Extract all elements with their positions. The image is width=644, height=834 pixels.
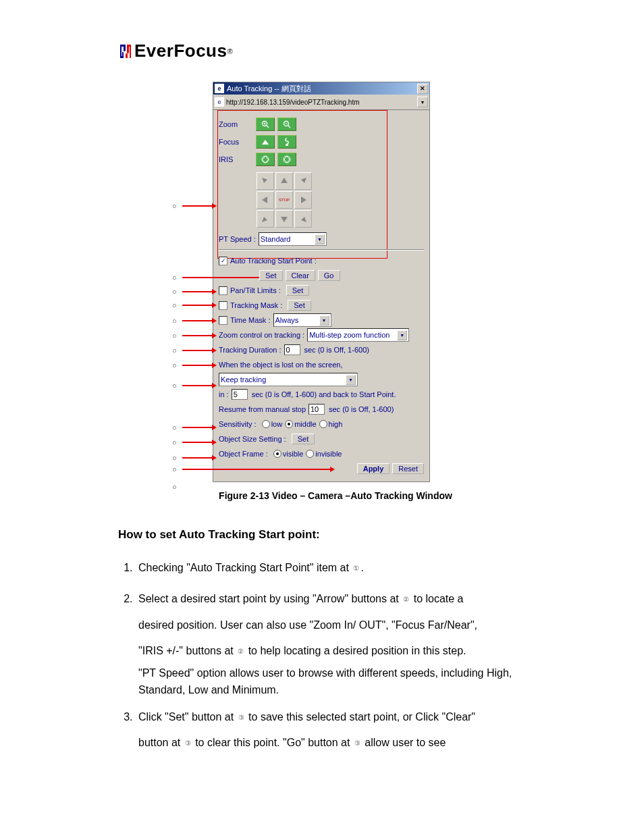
address-bar: e http://192.168.13.159/videoPTZTracking… (213, 95, 429, 110)
resume-input[interactable] (308, 404, 325, 415)
arrow-lost (182, 365, 213, 366)
marker-9: ○ (172, 382, 179, 388)
reset-button[interactable]: Reset (392, 463, 424, 474)
objsize-set-button[interactable]: Set (292, 434, 315, 444)
window: e Auto Tracking -- 網頁對話 ✕ e http://192.1… (213, 82, 430, 482)
trmask-label: Tracking Mask : (230, 301, 282, 309)
zoomctrl-select[interactable]: Multi-step zoom function ▼ (307, 328, 409, 342)
url: http://192.168.13.159/videoPTZTracking.h… (226, 99, 417, 106)
timemask-select[interactable]: Always ▼ (273, 313, 331, 327)
ref-1: ① (353, 561, 359, 577)
marker-8: ○ (172, 361, 179, 368)
dir-e-button[interactable] (294, 191, 312, 209)
dir-sw-button[interactable] (257, 210, 274, 228)
arrow-ctrl (182, 205, 213, 207)
ref-2: ② (403, 592, 409, 608)
ptlimits-label: Pan/Tilt Limits : (230, 286, 281, 294)
logo-reg: ® (227, 47, 232, 55)
apply-button[interactable]: Apply (357, 463, 390, 474)
direction-pad: STOP (257, 172, 313, 228)
marker-2a: ○ (172, 202, 179, 209)
sens-low-radio[interactable] (262, 420, 270, 428)
steps-list: Checking "Auto Tracking Start Point" ite… (118, 555, 526, 756)
arrow-ptlimits (182, 291, 213, 292)
resume-tail: sec (0 is Off, 1-600) (329, 405, 394, 413)
close-icon[interactable]: ✕ (417, 84, 428, 94)
dir-nw-button[interactable] (257, 172, 274, 190)
zoom-in-button[interactable] (256, 118, 275, 131)
iris-minus-button[interactable] (277, 153, 296, 166)
zoom-label: Zoom (219, 120, 256, 128)
svg-marker-14 (301, 197, 306, 203)
dir-n-button[interactable] (275, 172, 293, 190)
dropdown-icon[interactable]: ▼ (417, 97, 428, 107)
arrow-keeptr (182, 385, 213, 386)
sens-mid-radio[interactable] (285, 420, 293, 428)
chevron-down-icon: ▼ (397, 330, 407, 340)
screenshot-area: ○ ○ ○ ○ ○ ○ ○ ○ ○ ○ ○ ○ ○ ○ e Auto Tr (145, 82, 526, 482)
ptspeed-value: Standard (261, 235, 291, 243)
ptspeed-select[interactable]: Standard ▼ (259, 232, 327, 246)
objframe-vis-radio[interactable] (273, 450, 281, 458)
ptlimits-checkbox[interactable] (219, 286, 227, 295)
heading: How to set Auto Tracking Start point: (118, 528, 526, 542)
objframe-invis: invisible (315, 450, 342, 458)
panel: Zoom Focus (213, 110, 429, 481)
chevron-down-icon: ▼ (315, 234, 325, 244)
focus-near-button[interactable] (277, 135, 296, 149)
objframe-label: Object Frame : (219, 450, 268, 458)
trdur-input[interactable] (284, 344, 300, 355)
arrow-objsize (182, 442, 213, 443)
sens-label: Sensitivity : (219, 420, 257, 428)
marker-10: ○ (172, 423, 179, 430)
marker-4: ○ (172, 301, 179, 308)
lost-select[interactable]: Keep tracking ▼ (219, 373, 358, 386)
dir-w-button[interactable] (257, 191, 274, 209)
svg-marker-13 (262, 197, 267, 203)
dir-se-button[interactable] (294, 210, 312, 228)
objsize-label: Object Size Setting : (219, 435, 286, 443)
step-3: Click "Set" button at ③ to save this sel… (136, 704, 526, 756)
dir-ne-button[interactable] (294, 172, 312, 190)
trmask-checkbox[interactable] (219, 301, 227, 310)
go-button[interactable]: Go (318, 270, 340, 281)
svg-marker-11 (281, 178, 288, 183)
svg-marker-16 (281, 217, 288, 222)
step-2: Select a desired start point by using "A… (136, 586, 526, 698)
sens-high: high (329, 420, 343, 428)
timemask-label: Time Mask : (230, 316, 271, 324)
ptlimits-set-button[interactable]: Set (286, 285, 310, 296)
dir-s-button[interactable] (275, 210, 293, 228)
arrow-trdur (182, 350, 213, 351)
svg-marker-7 (262, 140, 269, 145)
marker-12: ○ (172, 454, 179, 461)
atsp-checkbox[interactable]: ✓ (219, 257, 227, 265)
zoom-out-button[interactable] (277, 118, 296, 131)
step-1: Checking "Auto Tracking Start Point" ite… (136, 555, 526, 581)
resume-label: Resume from manual stop (219, 405, 306, 413)
arrow-timemask (182, 320, 213, 321)
clear-button[interactable]: Clear (286, 270, 315, 281)
focus-label: Focus (219, 138, 256, 146)
logo-text: EverFocus (134, 41, 227, 61)
iris-label: IRIS (219, 155, 256, 163)
marker-6: ○ (172, 332, 179, 338)
objframe-invis-radio[interactable] (306, 450, 314, 458)
marker-3: ○ (172, 288, 179, 294)
in-input[interactable] (232, 389, 248, 400)
iris-plus-button[interactable] (256, 153, 275, 166)
set-button[interactable]: Set (259, 270, 283, 281)
trmask-set-button[interactable]: Set (288, 300, 311, 311)
focus-far-button[interactable] (256, 135, 275, 149)
sens-low: low (271, 420, 283, 428)
timemask-checkbox[interactable] (219, 316, 227, 325)
svg-line-1 (267, 126, 269, 128)
ptspeed-label: PT Speed : (219, 235, 256, 243)
atsp-label: Auto Tracking Start Point : (230, 257, 317, 265)
logo: EverFocus ® (118, 41, 526, 61)
stop-button[interactable]: STOP (275, 191, 293, 209)
marker-7: ○ (172, 346, 179, 353)
window-title: Auto Tracking -- 網頁對話 (227, 84, 311, 94)
sens-high-radio[interactable] (319, 420, 327, 428)
lost-value: Keep tracking (221, 375, 266, 384)
